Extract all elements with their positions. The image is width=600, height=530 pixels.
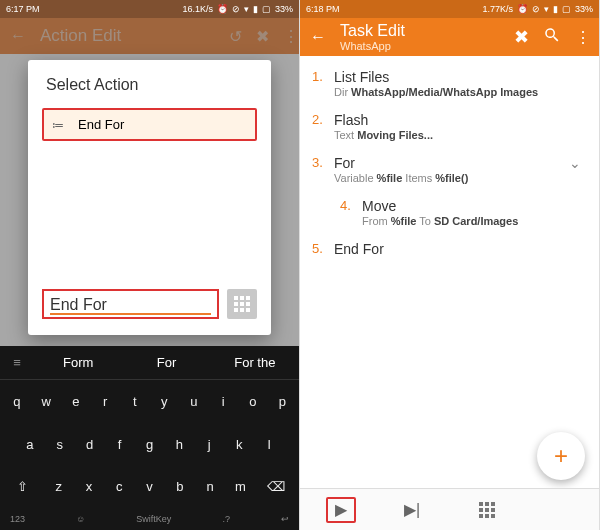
alarm-icon: ⏰	[517, 4, 528, 14]
toolbar-subtitle: WhatsApp	[340, 40, 500, 52]
key-o[interactable]: o	[239, 387, 267, 416]
key-y[interactable]: y	[151, 387, 179, 416]
select-action-dialog: Select Action ≔ End For End For	[28, 60, 271, 335]
plus-icon: +	[554, 442, 568, 470]
key-n[interactable]: n	[196, 472, 224, 501]
suggestion-1[interactable]: Form	[34, 355, 122, 370]
action-filter-value: End For	[50, 296, 107, 313]
key-v[interactable]: v	[135, 472, 163, 501]
key-x[interactable]: x	[75, 472, 103, 501]
key-m[interactable]: m	[226, 472, 254, 501]
status-battery: 33%	[275, 4, 293, 14]
run-task-button[interactable]: ▶	[326, 497, 356, 523]
key-a[interactable]: a	[16, 430, 44, 459]
battery-icon: ▢	[562, 4, 571, 14]
wifi-icon: ▾	[244, 4, 249, 14]
keyboard-menu-icon[interactable]: ≡	[0, 355, 34, 370]
status-speed: 16.1K/s	[182, 4, 213, 14]
action-filter-input[interactable]: End For	[42, 289, 219, 319]
status-bar: 6:17 PM 16.1K/s ⏰ ⊘ ▾ ▮ ▢ 33%	[0, 0, 299, 18]
soft-keyboard: ≡ Form For For the q w e r t y u i o p a…	[0, 346, 299, 530]
key-c[interactable]: c	[105, 472, 133, 501]
overflow-icon[interactable]: ⋮	[575, 28, 599, 47]
enter-icon[interactable]: ↩	[281, 514, 289, 524]
search-icon[interactable]	[543, 26, 561, 48]
suggestion-2[interactable]: For	[122, 355, 210, 370]
status-time: 6:18 PM	[306, 4, 340, 14]
list-icon: ≔	[52, 118, 64, 132]
key-k[interactable]: k	[225, 430, 253, 459]
grid-icon	[479, 502, 495, 518]
wifi-icon: ▾	[544, 4, 549, 14]
step-forward-icon: ▶|	[404, 500, 420, 519]
key-d[interactable]: d	[76, 430, 104, 459]
dialog-title: Select Action	[46, 76, 257, 94]
signal-icon: ▮	[253, 4, 258, 14]
alarm-icon: ⏰	[217, 4, 228, 14]
key-shift[interactable]: ⇧	[3, 472, 43, 501]
key-e[interactable]: e	[62, 387, 90, 416]
key-s[interactable]: s	[46, 430, 74, 459]
key-w[interactable]: w	[33, 387, 61, 416]
key-r[interactable]: r	[92, 387, 120, 416]
screen-task-edit: 6:18 PM 1.77K/s ⏰ ⊘ ▾ ▮ ▢ 33% ← Task Edi…	[300, 0, 600, 530]
keyboard-numbers-key[interactable]: 123	[10, 514, 25, 524]
signal-icon: ▮	[553, 4, 558, 14]
key-p[interactable]: p	[269, 387, 297, 416]
key-l[interactable]: l	[255, 430, 283, 459]
grid-button[interactable]	[450, 502, 525, 518]
key-b[interactable]: b	[166, 472, 194, 501]
emoji-icon[interactable]: ☺	[76, 514, 85, 524]
key-z[interactable]: z	[45, 472, 73, 501]
chevron-down-icon[interactable]: ⌄	[563, 155, 587, 171]
play-icon: ▶	[335, 500, 347, 519]
suggestion-3[interactable]: For the	[211, 355, 299, 370]
status-battery: 33%	[575, 4, 593, 14]
battery-icon: ▢	[262, 4, 271, 14]
keyboard-brand-label: SwiftKey	[136, 514, 171, 524]
key-t[interactable]: t	[121, 387, 149, 416]
mic-icon[interactable]: .?	[222, 514, 230, 524]
key-g[interactable]: g	[136, 430, 164, 459]
key-backspace[interactable]: ⌫	[256, 472, 296, 501]
back-icon[interactable]: ←	[310, 28, 326, 46]
key-q[interactable]: q	[3, 387, 31, 416]
cancel-icon[interactable]: ✖	[514, 26, 529, 48]
key-h[interactable]: h	[165, 430, 193, 459]
grid-icon	[234, 296, 250, 312]
keyboard-toggle-button[interactable]	[227, 289, 257, 319]
key-u[interactable]: u	[180, 387, 208, 416]
key-j[interactable]: j	[195, 430, 223, 459]
action-option-end-for[interactable]: ≔ End For	[42, 108, 257, 141]
action-option-label: End For	[78, 117, 124, 132]
task-steps-list: 1. List Files Dir WhatsApp/Media/WhatsAp…	[300, 56, 599, 265]
key-i[interactable]: i	[210, 387, 238, 416]
bottom-toolbar: ▶ ▶|	[300, 488, 599, 530]
step-1[interactable]: 1. List Files Dir WhatsApp/Media/WhatsAp…	[312, 62, 587, 105]
screen-action-edit-dialog: 6:17 PM 16.1K/s ⏰ ⊘ ▾ ▮ ▢ 33% ← Action E…	[0, 0, 300, 530]
dnd-icon: ⊘	[532, 4, 540, 14]
step-2[interactable]: 2. Flash Text Moving Files...	[312, 105, 587, 148]
toolbar-title: Task Edit	[340, 22, 500, 40]
add-action-fab[interactable]: +	[537, 432, 585, 480]
status-time: 6:17 PM	[6, 4, 40, 14]
status-speed: 1.77K/s	[482, 4, 513, 14]
step-5[interactable]: 5. End For	[312, 234, 587, 265]
dnd-icon: ⊘	[232, 4, 240, 14]
step-3[interactable]: 3. For Variable %file Items %file() ⌄	[312, 148, 587, 191]
step-4[interactable]: 4. Move From %file To SD Card/Images	[312, 191, 587, 234]
key-f[interactable]: f	[106, 430, 134, 459]
status-bar: 6:18 PM 1.77K/s ⏰ ⊘ ▾ ▮ ▢ 33%	[300, 0, 599, 18]
step-button[interactable]: ▶|	[375, 500, 450, 519]
